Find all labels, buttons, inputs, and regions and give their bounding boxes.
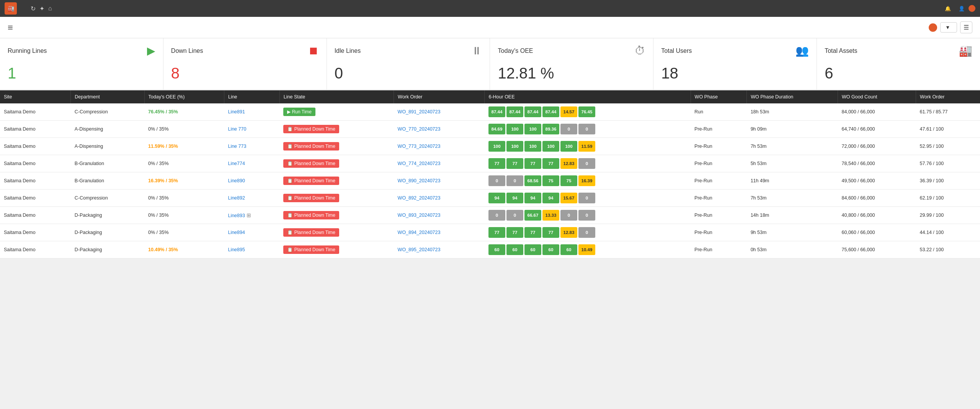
stat-card-idle-lines: Idle Lines ⏸ 0 (327, 38, 490, 90)
line-state-badge: 📋 Planned Down Time (283, 142, 339, 151)
line-link[interactable]: Line 770 (228, 126, 246, 132)
header-actions: ▼ ☰ (929, 21, 972, 33)
oee-6h-cell: 87.4487.4487.4487.4414.5776.45 (485, 103, 691, 121)
oee-6h-cell: 9494949415.670 (485, 190, 691, 207)
work-order-link[interactable]: WO_893_20240723 (398, 213, 441, 218)
department-cell: D-Packaging (71, 207, 144, 224)
work-order-link[interactable]: WO_770_20240723 (398, 126, 441, 132)
oee-cell-8-2: 60 (524, 244, 541, 255)
stat-card-value-3: 12.81 % (498, 65, 645, 82)
home-icon[interactable]: ⌂ (48, 5, 52, 12)
oee-cell-5-0: 94 (488, 193, 505, 203)
oee-cell-4-3: 75 (542, 175, 559, 186)
oee-6h-cells: 10010010010010011.59 (488, 141, 687, 152)
oee-cell-8-4: 60 (560, 244, 577, 255)
stat-card-title-0: Running Lines (8, 47, 47, 54)
oee-cell-2-4: 100 (560, 141, 577, 152)
col-header-1: Department (71, 90, 144, 103)
work-order-link[interactable]: WO_894_20240723 (398, 230, 441, 235)
line-link[interactable]: Line891 (228, 109, 245, 115)
oee-cell-5-1: 94 (506, 193, 523, 203)
work-order-link[interactable]: WO_890_20240723 (398, 178, 441, 183)
line-link[interactable]: Line890 (228, 178, 245, 183)
logo-area[interactable]: 🏭 (5, 2, 20, 15)
user-icon[interactable]: 👤 (959, 6, 965, 11)
line-state-badge: 📋 Planned Down Time (283, 194, 339, 202)
line-link[interactable]: Line894 (228, 230, 245, 235)
grid-icon[interactable]: ⊞ (247, 212, 251, 218)
oee-cell-4-1: 0 (506, 175, 523, 186)
oee-cell-8-0: 60 (488, 244, 505, 255)
page-title-area: ≡ (8, 22, 17, 33)
oee-6h-cell: 0066.6713.3300 (485, 207, 691, 224)
oee-cell-7-2: 77 (524, 227, 541, 238)
site-cell: Saitama Demo (0, 172, 71, 190)
oee-cell-1-1: 100 (506, 124, 523, 134)
work-order-link[interactable]: WO_892_20240723 (398, 195, 441, 201)
line-state-cell: 📋 Planned Down Time (279, 207, 394, 224)
line-state-cell: ▶ Run Time (279, 103, 394, 121)
work-order-link[interactable]: WO_773_20240723 (398, 144, 441, 149)
wo-phase-duration-cell: 9h 09m (747, 121, 838, 138)
line-link[interactable]: Line893 (228, 213, 245, 218)
oee-today-cell: 0% / 35% (144, 190, 224, 207)
work-order-val-cell: 29.99 / 100 (916, 207, 980, 224)
oee-cell-1-4: 0 (560, 124, 577, 134)
oee-cell-6-4: 0 (560, 210, 577, 221)
line-state-badge: 📋 Planned Down Time (283, 228, 339, 237)
oee-today-cell: 10.49% / 35% (144, 241, 224, 258)
show-filters-button[interactable]: ▼ (940, 22, 957, 33)
oee-today-cell: 0% / 35% (144, 121, 224, 138)
wo-phase-duration-cell: 7h 53m (747, 138, 838, 155)
col-header-4: Line State (279, 90, 394, 103)
table-container: SiteDepartmentToday's OEE (%)LineLine St… (0, 90, 980, 258)
oee-cell-6-1: 0 (506, 210, 523, 221)
table-body: Saitama Demo C-Compression 76.45% / 35% … (0, 103, 980, 258)
stat-card-running-lines: Running Lines ▶ 1 (0, 38, 163, 90)
work-order-link[interactable]: WO_891_20240723 (398, 109, 441, 115)
stat-card-value-2: 0 (335, 65, 482, 82)
work-order-cell: WO_773_20240723 (394, 138, 485, 155)
work-order-link[interactable]: WO_774_20240723 (398, 161, 441, 166)
oee-today-cell: 0% / 35% (144, 155, 224, 172)
stat-card-title-1: Down Lines (171, 47, 203, 54)
line-link[interactable]: Line 773 (228, 144, 246, 149)
wo-phase-duration-cell: 5h 53m (747, 155, 838, 172)
oee-cell-0-4: 14.57 (560, 106, 577, 117)
oee-cell-2-1: 100 (506, 141, 523, 152)
table-row: Saitama Demo D-Packaging 10.49% / 35% Li… (0, 241, 980, 258)
oee-cell-5-3: 94 (542, 193, 559, 203)
oee-cell-4-4: 75 (560, 175, 577, 186)
stat-card-total-assets: Total Assets 🏭 6 (817, 38, 980, 90)
line-link[interactable]: Line892 (228, 195, 245, 201)
wo-good-count-cell: 75,600 / 66,000 (838, 241, 916, 258)
oee-cell-4-2: 68.56 (524, 175, 541, 186)
wo-phase-cell: Pre-Run (691, 207, 747, 224)
work-order-cell: WO_895_20240723 (394, 241, 485, 258)
line-state-badge: 📋 Planned Down Time (283, 125, 339, 133)
oee-6h-cells: 9494949415.670 (488, 193, 687, 203)
menu-button[interactable]: ☰ (960, 21, 972, 33)
oee-cell-3-3: 77 (542, 158, 559, 169)
department-cell: C-Compression (71, 190, 144, 207)
work-order-cell: WO_892_20240723 (394, 190, 485, 207)
work-order-val-cell: 57.76 / 100 (916, 155, 980, 172)
oee-today-cell: 0% / 35% (144, 224, 224, 241)
table-row: Saitama Demo B-Granulation 16.39% / 35% … (0, 172, 980, 190)
puzzle-icon[interactable]: ✦ (39, 5, 44, 12)
stat-card-title-3: Today's OEE (498, 47, 533, 54)
refresh-icon[interactable]: ↻ (31, 5, 36, 12)
wo-phase-cell: Pre-Run (691, 241, 747, 258)
stat-card-icon-3: ⏱ (635, 44, 645, 57)
line-cell: Line891 (224, 103, 279, 121)
line-link[interactable]: Line774 (228, 161, 245, 166)
bell-icon[interactable]: 🔔 (945, 6, 951, 11)
message-badge[interactable] (969, 5, 975, 12)
table-row: Saitama Demo C-Compression 76.45% / 35% … (0, 103, 980, 121)
oee-6h-cells: 0068.56757516.39 (488, 175, 687, 186)
table-header: SiteDepartmentToday's OEE (%)LineLine St… (0, 90, 980, 103)
site-cell: Saitama Demo (0, 155, 71, 172)
work-order-link[interactable]: WO_895_20240723 (398, 247, 441, 252)
work-order-cell: WO_774_20240723 (394, 155, 485, 172)
line-link[interactable]: Line895 (228, 247, 245, 252)
